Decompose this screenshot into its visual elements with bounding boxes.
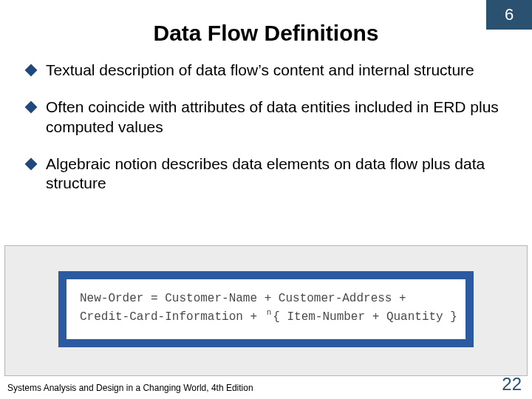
slide-title: Data Flow Definitions bbox=[0, 21, 532, 46]
slide: 6 Data Flow Definitions Textual descript… bbox=[0, 0, 532, 399]
slide-number: 22 bbox=[502, 374, 522, 395]
footer-text: Systems Analysis and Design in a Changin… bbox=[7, 383, 253, 393]
code-frag: { Item-Number + Quantity } bbox=[273, 310, 457, 324]
bullet-text: Often coincide with attributes of data e… bbox=[46, 98, 505, 137]
bullet-text: Textual description of data flow’s conte… bbox=[46, 61, 474, 80]
diamond-icon bbox=[25, 101, 38, 114]
code-block: New-Order = Customer-Name + Customer-Add… bbox=[58, 271, 474, 347]
repeat-superscript: n bbox=[267, 307, 272, 319]
code-frag: Credit-Card-Information + bbox=[80, 310, 265, 324]
diamond-icon bbox=[25, 157, 38, 170]
code-line: New-Order = Customer-Name + Customer-Add… bbox=[80, 290, 452, 307]
list-item: Textual description of data flow’s conte… bbox=[27, 61, 505, 80]
code-line: Credit-Card-Information + n{ Item-Number… bbox=[80, 307, 452, 326]
list-item: Often coincide with attributes of data e… bbox=[27, 98, 505, 137]
bullet-text: Algebraic notion describes data elements… bbox=[46, 154, 505, 194]
diamond-icon bbox=[25, 64, 38, 77]
list-item: Algebraic notion describes data elements… bbox=[27, 154, 505, 194]
bullet-list: Textual description of data flow’s conte… bbox=[27, 61, 505, 211]
code-figure: New-Order = Customer-Name + Customer-Add… bbox=[4, 245, 528, 376]
